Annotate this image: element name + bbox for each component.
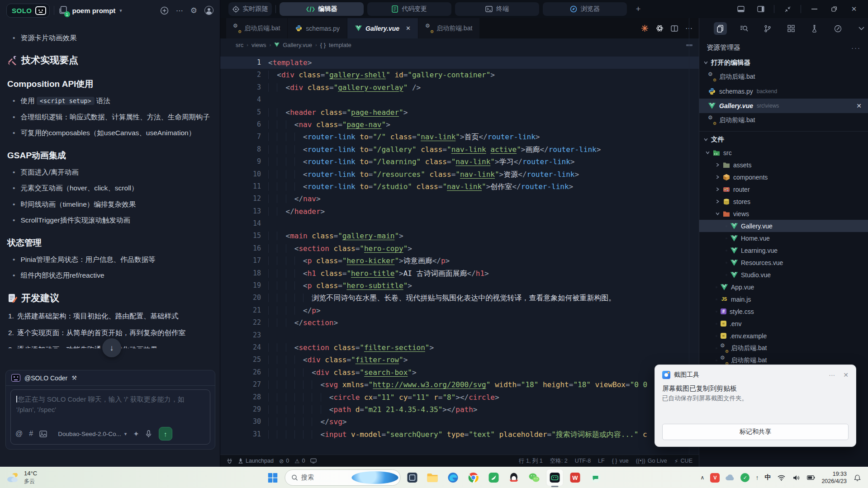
tab-terminal[interactable]: 终端 — [455, 2, 539, 16]
code-line[interactable]: 21 </p> — [220, 304, 699, 317]
tree-file-.env[interactable]: =.env — [699, 317, 868, 330]
code-line[interactable]: 26 <div class="search-box"> — [220, 366, 699, 379]
code-line[interactable]: 3 <div class="gallery-overlay" /> — [220, 81, 699, 94]
code-line[interactable]: 27 <svg xmlns="http://www.w3.org/2000/sv… — [220, 379, 699, 391]
file-tab-gallery[interactable]: Gallery.vue ✕ — [347, 18, 418, 38]
mark-and-share-button[interactable]: 标记和共享 — [662, 424, 849, 440]
eol[interactable]: LF — [598, 458, 605, 464]
code-line[interactable]: 22 </section> — [220, 317, 699, 329]
cue[interactable]: ⚡ CUE — [674, 458, 693, 464]
wifi-icon[interactable] — [777, 473, 786, 482]
code-line[interactable]: 13 </header> — [220, 205, 699, 218]
new-chat-icon[interactable] — [160, 6, 169, 15]
indentation[interactable]: 空格: 2 — [550, 457, 568, 465]
tab-editor[interactable]: 编辑器 — [280, 2, 364, 16]
sparkle-icon[interactable]: ✦ — [133, 430, 139, 438]
minimize-button[interactable] — [807, 3, 821, 15]
warnings-item[interactable]: ⚠ 0 — [294, 458, 305, 464]
send-button[interactable]: ↑ — [159, 427, 172, 441]
code-line[interactable]: 23 — [220, 329, 699, 341]
code-line[interactable]: 24 <section class="filter-section"> — [220, 341, 699, 354]
code-line[interactable]: 7 <router-link to="/" class="nav-link">首… — [220, 131, 699, 143]
session-pages-icon[interactable]: 1 — [58, 5, 68, 15]
agent-tools-icon[interactable]: ⚒ — [71, 374, 77, 381]
explorer-files-icon[interactable] — [714, 22, 727, 35]
tree-file-App.vue[interactable]: App.vue — [699, 281, 868, 293]
tree-folder-router[interactable]: router — [699, 183, 868, 195]
code-line[interactable]: 17 <p class="hero-kicker">诗意画廊</p> — [220, 255, 699, 267]
start-button[interactable] — [264, 469, 281, 486]
test-flask-icon[interactable] — [808, 22, 821, 35]
maximize-button[interactable] — [827, 3, 841, 15]
hash-icon[interactable]: # — [29, 430, 33, 438]
code-line[interactable]: 20 浏览不同诗句在水墨、长卷、现代拼贴与氛围化表达中的视觉转译，查看意象如何被… — [220, 292, 699, 304]
spark-ai-icon[interactable] — [641, 24, 649, 32]
open-editor-item[interactable]: Gallery.vuesrc\views✕ — [699, 99, 868, 113]
code-line[interactable]: 6 <nav class="page-nav"> — [220, 118, 699, 131]
code-line[interactable]: 29 <path d="m21 21-4.35-4.35"></path> — [220, 403, 699, 416]
open-editor-item[interactable]: schemas.pybackend — [699, 84, 868, 99]
breadcrumb[interactable]: src› views› Gallery.vue› { } template — [220, 38, 699, 51]
qq-app[interactable] — [505, 469, 522, 486]
chevron-down-icon[interactable]: ▾ — [119, 8, 122, 14]
open-editors-section[interactable]: 打开的编辑器 — [699, 55, 868, 70]
code-line[interactable]: 2 <div class="gallery-shell" id="gallery… — [220, 69, 699, 81]
code-line[interactable]: 5 <header class="page-header"> — [220, 106, 699, 118]
open-editor-item[interactable]: ⚙⚙启动前端.bat — [699, 113, 868, 128]
code-line[interactable]: 10 <router-link to="/resources" class="n… — [220, 168, 699, 180]
toggle-panel-bottom-icon[interactable] — [734, 3, 748, 15]
notification-close-icon[interactable]: ✕ — [843, 371, 849, 379]
explorer-more-icon[interactable]: ··· — [851, 44, 861, 52]
code-line[interactable]: 30 </svg> — [220, 416, 699, 428]
model-selector[interactable]: Doubao-Seed-2.0-Co...▾ — [58, 431, 127, 437]
chat-app[interactable] — [587, 469, 604, 486]
extensions-icon[interactable] — [784, 22, 797, 35]
wechat-app[interactable] — [526, 469, 543, 486]
code-line[interactable]: 14 — [220, 218, 699, 230]
tab-browser[interactable]: 浏览器 — [543, 2, 627, 16]
battery-icon[interactable] — [806, 473, 816, 482]
launchpad-item[interactable]: Launchpad — [238, 458, 274, 464]
code-line[interactable]: 4 — [220, 94, 699, 106]
close-button[interactable]: ✕ — [847, 3, 861, 15]
code-line[interactable]: 18 <h1 class="hero-title">AI 古诗词画面展廊</h1… — [220, 267, 699, 280]
gear-icon[interactable]: ⚙ — [190, 6, 197, 15]
code-line[interactable]: 12 </nav> — [220, 193, 699, 205]
open-editor-item[interactable]: ⚙⚙启动后端.bat — [699, 70, 868, 84]
tree-file-启动后端.bat[interactable]: ⚙⚙启动后端.bat — [699, 342, 868, 354]
green-utility-app[interactable] — [485, 469, 502, 486]
tab-code-changes[interactable]: 代码变更 — [367, 2, 451, 16]
code-line[interactable]: 16 <section class="hero-copy"> — [220, 242, 699, 255]
tree-file-style.css[interactable]: #style.css — [699, 305, 868, 317]
tree-folder-views[interactable]: views — [699, 208, 868, 220]
file-tab-schemas[interactable]: schemas.py — [288, 18, 347, 38]
code-editor[interactable]: 1<template>2 <div class="gallery-shell" … — [220, 51, 699, 455]
tray-cloud-icon[interactable] — [726, 473, 735, 482]
tree-file-Learning.vue[interactable]: Learning.vue — [699, 244, 868, 256]
task-view-app[interactable] — [403, 469, 421, 486]
notification-more-icon[interactable]: ··· — [829, 371, 835, 379]
cursor-position[interactable]: 行 1, 列 1 — [519, 457, 543, 465]
volume-icon[interactable] — [792, 473, 801, 482]
solo-ide-app-active[interactable] — [546, 469, 563, 486]
notification-bell-icon[interactable] — [853, 473, 862, 482]
code-line[interactable]: 28 <circle cx="11" cy="11" r="8"></circl… — [220, 391, 699, 403]
tab-realtime-follow[interactable]: 实时跟随 — [228, 2, 272, 16]
mic-icon[interactable] — [146, 430, 152, 438]
scroll-to-bottom-button[interactable]: ↓ — [102, 338, 121, 357]
code-line[interactable]: 25 <div class="filter-row"> — [220, 354, 699, 366]
avatar[interactable] — [204, 6, 213, 15]
split-editor-icon[interactable] — [671, 25, 678, 32]
tree-folder-components[interactable]: components — [699, 171, 868, 183]
close-editor-icon[interactable]: ✕ — [856, 102, 862, 109]
tray-green-app-icon[interactable]: ✓ — [740, 473, 749, 482]
errors-item[interactable]: ⊘ 0 — [279, 458, 289, 464]
code-line[interactable]: 11 <router-link to="/studio" class="nav-… — [220, 180, 699, 193]
file-explorer-app[interactable] — [424, 469, 441, 486]
more-icon[interactable]: ⋯ — [176, 6, 183, 15]
language-mode[interactable]: { } vue — [612, 458, 629, 464]
tree-file-Resources.vue[interactable]: Resources.vue — [699, 256, 868, 269]
openai-icon[interactable] — [656, 24, 664, 32]
toggle-panel-right-icon[interactable] — [754, 3, 768, 15]
code-line[interactable]: 8 <router-link to="/gallery" class="nav-… — [220, 143, 699, 156]
